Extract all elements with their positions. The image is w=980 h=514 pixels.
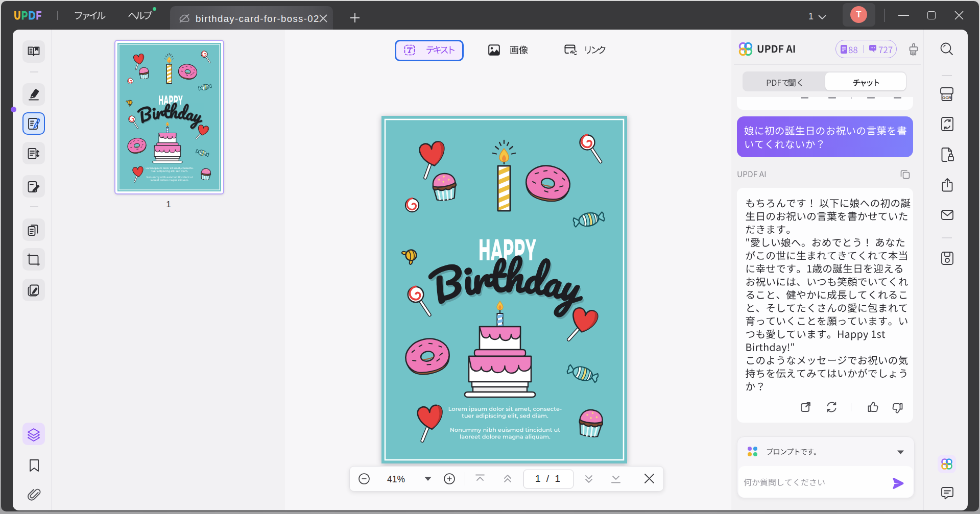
svg-text:OCR: OCR: [942, 95, 951, 100]
